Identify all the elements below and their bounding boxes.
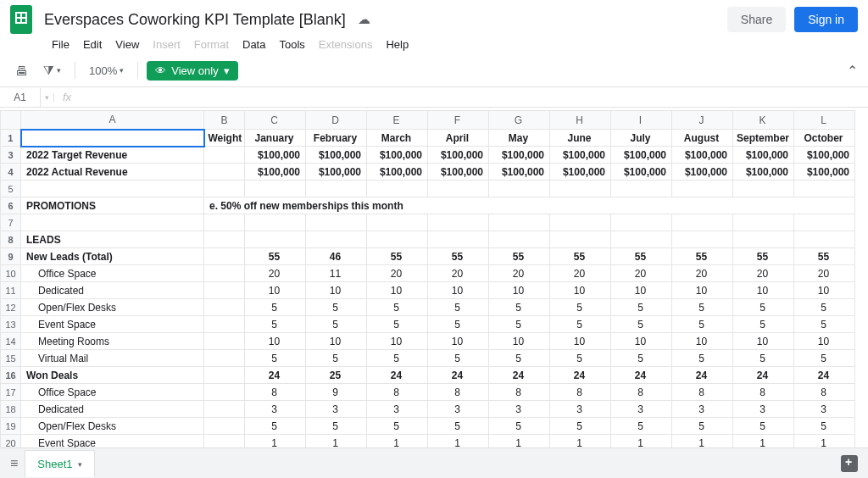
column-header[interactable]: L [794, 111, 855, 130]
cell[interactable]: 10 [245, 282, 306, 299]
cell[interactable]: 10 [367, 282, 428, 299]
cell[interactable]: 5 [306, 299, 367, 316]
cell[interactable]: January [245, 130, 306, 147]
cell[interactable]: 24 [367, 367, 428, 384]
cell[interactable]: 5 [672, 418, 733, 435]
cell[interactable]: 1 [489, 435, 550, 448]
cell[interactable]: 1 [428, 435, 489, 448]
row-header[interactable]: 8 [1, 231, 21, 248]
cell[interactable] [204, 181, 245, 197]
cell[interactable]: $100,000 [550, 164, 611, 181]
cell[interactable]: 5 [489, 418, 550, 435]
cell[interactable]: 5 [428, 350, 489, 367]
cell[interactable]: 5 [733, 299, 794, 316]
cell[interactable]: 5 [733, 350, 794, 367]
cell[interactable] [204, 367, 245, 384]
cell[interactable]: $100,000 [733, 147, 794, 164]
cell[interactable]: September [733, 130, 794, 147]
cell[interactable] [306, 181, 367, 197]
cell[interactable]: 46 [306, 248, 367, 265]
row-header[interactable]: 10 [1, 265, 21, 282]
cell[interactable]: 5 [550, 299, 611, 316]
cell[interactable] [21, 130, 204, 147]
row-header[interactable]: 9 [1, 248, 21, 265]
column-header[interactable]: D [306, 111, 367, 130]
cell[interactable]: $100,000 [489, 164, 550, 181]
cell[interactable]: 10 [611, 333, 672, 350]
cell[interactable]: 55 [794, 248, 855, 265]
cell[interactable]: 20 [611, 265, 672, 282]
menu-data[interactable]: Data [236, 35, 272, 54]
row-header[interactable]: 18 [1, 401, 21, 418]
cell[interactable]: Virtual Mail [21, 350, 204, 367]
cell[interactable]: $100,000 [428, 147, 489, 164]
cell[interactable]: $100,000 [672, 147, 733, 164]
cell[interactable] [550, 231, 611, 248]
cell[interactable]: 1 [306, 435, 367, 448]
cell[interactable]: October [794, 130, 855, 147]
cell[interactable]: 1 [611, 435, 672, 448]
cell[interactable]: May [489, 130, 550, 147]
cell[interactable]: 5 [672, 350, 733, 367]
cell[interactable]: LEADS [21, 231, 204, 248]
cell[interactable]: $100,000 [245, 147, 306, 164]
cell[interactable]: e. 50% off new memberships this month [204, 197, 855, 214]
cell[interactable]: 1 [794, 435, 855, 448]
cell[interactable]: June [550, 130, 611, 147]
cell[interactable]: 24 [550, 367, 611, 384]
column-header[interactable]: I [611, 111, 672, 130]
cell[interactable]: 1 [245, 435, 306, 448]
cell[interactable]: July [611, 130, 672, 147]
cell[interactable]: 5 [245, 418, 306, 435]
cell[interactable]: 10 [306, 282, 367, 299]
cell[interactable]: 5 [367, 350, 428, 367]
row-header[interactable]: 12 [1, 299, 21, 316]
column-header[interactable]: J [672, 111, 733, 130]
cell[interactable] [204, 435, 245, 448]
row-header[interactable]: 15 [1, 350, 21, 367]
cell[interactable]: 24 [428, 367, 489, 384]
cell[interactable]: 5 [794, 299, 855, 316]
cell[interactable]: $100,000 [367, 147, 428, 164]
cell[interactable]: 10 [794, 333, 855, 350]
cell[interactable] [306, 214, 367, 231]
cell[interactable]: 10 [794, 282, 855, 299]
cell[interactable]: PROMOTIONS [21, 197, 204, 214]
cell[interactable]: 55 [733, 248, 794, 265]
cell[interactable] [794, 214, 855, 231]
cell[interactable] [733, 231, 794, 248]
cell[interactable] [245, 231, 306, 248]
row-header[interactable]: 3 [1, 147, 21, 164]
cell[interactable]: 55 [672, 248, 733, 265]
cell[interactable]: $100,000 [611, 164, 672, 181]
name-box-caret-icon[interactable]: ▾ [41, 93, 54, 102]
cell[interactable]: 24 [245, 367, 306, 384]
document-title[interactable]: Everspaces Coworking KPI Template [Blank… [41, 9, 349, 31]
cell[interactable]: $100,000 [672, 164, 733, 181]
cell[interactable]: February [306, 130, 367, 147]
cell[interactable]: 8 [428, 384, 489, 401]
cell[interactable]: Event Space [21, 435, 204, 448]
cell[interactable]: 10 [550, 333, 611, 350]
cell[interactable]: 8 [550, 384, 611, 401]
cell[interactable]: 5 [489, 350, 550, 367]
cell[interactable] [204, 299, 245, 316]
cell[interactable]: 1 [672, 435, 733, 448]
cell[interactable]: 5 [245, 299, 306, 316]
cell[interactable]: 5 [367, 316, 428, 333]
cell[interactable]: $100,000 [794, 164, 855, 181]
cell[interactable]: 9 [306, 384, 367, 401]
menu-help[interactable]: Help [379, 35, 415, 54]
cell[interactable] [204, 282, 245, 299]
cell[interactable]: 8 [794, 384, 855, 401]
menu-tools[interactable]: Tools [272, 35, 311, 54]
cell[interactable]: $100,000 [733, 164, 794, 181]
cell[interactable]: 10 [428, 282, 489, 299]
menu-view[interactable]: View [108, 35, 146, 54]
cell[interactable]: August [672, 130, 733, 147]
cell[interactable] [672, 214, 733, 231]
sign-in-button[interactable]: Sign in [794, 7, 858, 32]
all-sheets-icon[interactable]: ≡ [10, 456, 18, 471]
cell[interactable]: $100,000 [611, 147, 672, 164]
name-box[interactable]: A1 [0, 88, 41, 107]
